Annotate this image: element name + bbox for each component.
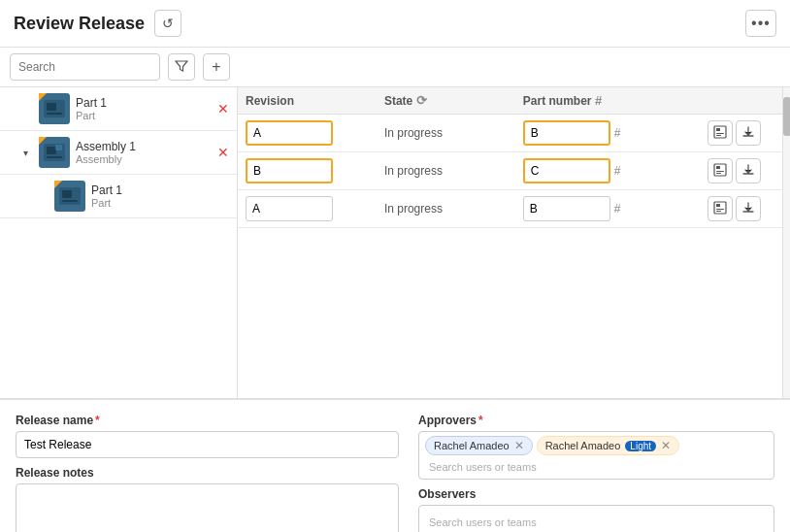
part-hash-icon[interactable]: # (614, 126, 621, 140)
tree-item[interactable]: Part 1 Part (0, 175, 237, 218)
add-icon: + (212, 58, 220, 76)
table-row: In progress # (238, 190, 782, 228)
left-panel: Part 1 Part ✕ ▾ Assembly 1 Assembly ✕ (0, 87, 238, 398)
approver-1-name: Rachel Amadeo (434, 440, 510, 451)
svg-rect-17 (716, 173, 721, 174)
revision-input[interactable] (246, 196, 333, 221)
sync-icon[interactable]: ⟳ (416, 93, 427, 108)
item-name: Part 1 (91, 183, 122, 197)
view-icon (713, 125, 727, 142)
revision-input[interactable] (246, 120, 333, 146)
download-icon (741, 201, 755, 217)
state-badge: In progress (384, 126, 443, 140)
download-button[interactable] (736, 120, 761, 146)
remove-button[interactable]: ✕ (217, 145, 229, 160)
download-icon (741, 125, 755, 142)
approver-tag-1: Rachel Amadeo ✕ (425, 436, 533, 455)
svg-rect-8 (62, 190, 72, 198)
part-number-input[interactable] (523, 158, 610, 183)
item-type: Part (91, 197, 122, 209)
svg-rect-11 (716, 128, 720, 131)
view-icon (713, 201, 727, 217)
svg-rect-20 (716, 209, 724, 210)
tree-item[interactable]: ▾ Assembly 1 Assembly ✕ (0, 131, 237, 175)
bottom-form: Release name* Release notes Approvers* R… (0, 398, 790, 532)
svg-rect-6 (55, 145, 62, 150)
action-cell (700, 115, 782, 152)
svg-rect-18 (714, 202, 726, 214)
part-number-input[interactable] (523, 120, 610, 146)
observers-box[interactable]: Search users or teams (418, 505, 774, 532)
hash-icon: # (595, 93, 602, 108)
svg-rect-21 (716, 211, 721, 212)
table-row: In progress # (238, 115, 782, 152)
observers-label: Observers (418, 487, 774, 501)
col-header-part-number: Part number # (515, 87, 701, 115)
svg-rect-19 (716, 204, 720, 207)
revision-cell (238, 152, 377, 190)
header: Review Release ↺ ••• (0, 0, 790, 48)
search-input[interactable] (10, 53, 160, 81)
release-notes-textarea[interactable] (16, 483, 399, 532)
col-header-revision: Revision (238, 87, 377, 115)
revision-cell (238, 115, 377, 152)
scrollbar-track[interactable] (782, 87, 790, 398)
svg-rect-12 (716, 133, 724, 134)
svg-rect-10 (714, 126, 726, 138)
assembly-icon (39, 137, 70, 168)
table-area: Revision State ⟳ Part number # (238, 87, 790, 398)
more-options-button[interactable]: ••• (745, 10, 776, 37)
refresh-button[interactable]: ↺ (154, 10, 181, 37)
release-name-input[interactable] (16, 431, 399, 458)
svg-rect-4 (47, 147, 56, 154)
action-cell (700, 152, 782, 190)
svg-rect-1 (47, 103, 56, 111)
release-notes-label: Release notes (16, 466, 399, 480)
revision-input[interactable] (246, 158, 333, 183)
filter-button[interactable] (168, 53, 195, 81)
item-name: Part 1 (76, 96, 107, 110)
view-button[interactable] (708, 158, 733, 183)
tree-label: Assembly 1 Assembly (76, 140, 136, 165)
filter-icon (175, 59, 188, 76)
approvers-search-placeholder: Search users or teams (425, 459, 541, 475)
remove-approver-1[interactable]: ✕ (514, 439, 524, 452)
state-cell: In progress (377, 115, 515, 152)
svg-rect-5 (47, 156, 62, 158)
expand-button[interactable]: ▾ (23, 148, 39, 158)
remove-button[interactable]: ✕ (217, 101, 229, 116)
observers-search-placeholder: Search users or teams (425, 515, 541, 530)
approvers-box[interactable]: Rachel Amadeo ✕ Rachel Amadeo Light ✕ Se… (418, 431, 774, 480)
download-button[interactable] (736, 196, 761, 221)
header-left: Review Release ↺ (14, 10, 181, 37)
approver-tag-2: Rachel Amadeo Light ✕ (537, 436, 679, 455)
form-right: Approvers* Rachel Amadeo ✕ Rachel Amadeo… (418, 414, 774, 532)
download-icon (741, 163, 755, 180)
part-number-cell: # (515, 190, 701, 228)
item-name: Assembly 1 (76, 140, 136, 153)
part-hash-icon[interactable]: # (614, 202, 621, 216)
svg-rect-2 (47, 113, 62, 115)
main-area: Part 1 Part ✕ ▾ Assembly 1 Assembly ✕ (0, 87, 790, 398)
approver-2-name: Rachel Amadeo (545, 440, 621, 451)
view-icon (713, 163, 727, 180)
part-icon (54, 181, 85, 212)
part-number-input[interactable] (523, 196, 610, 221)
scrollbar-thumb[interactable] (783, 97, 790, 136)
tree-item[interactable]: Part 1 Part ✕ (0, 87, 237, 131)
approvers-label: Approvers* (418, 414, 774, 427)
svg-rect-14 (714, 164, 726, 176)
part-icon (39, 93, 70, 124)
view-button[interactable] (708, 196, 733, 221)
add-button[interactable]: + (203, 53, 230, 81)
form-left: Release name* Release notes (16, 414, 399, 532)
tree-label: Part 1 Part (91, 183, 122, 209)
part-number-cell: # (515, 115, 701, 152)
svg-rect-9 (62, 200, 78, 202)
toolbar: + (0, 48, 790, 87)
part-hash-icon[interactable]: # (614, 164, 621, 178)
approver-2-badge: Light (625, 441, 656, 451)
download-button[interactable] (736, 158, 761, 183)
remove-approver-2[interactable]: ✕ (661, 439, 671, 452)
view-button[interactable] (708, 120, 733, 146)
